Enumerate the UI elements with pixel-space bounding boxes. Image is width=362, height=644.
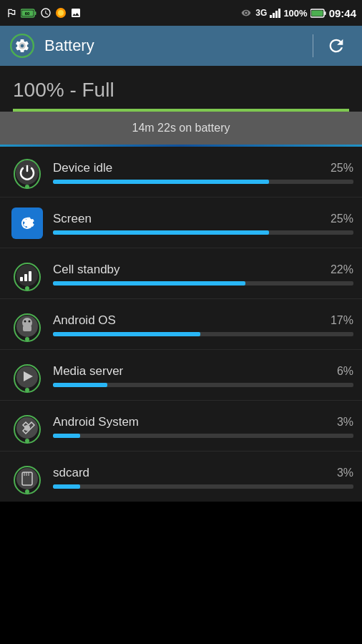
android-system-bar-fill <box>53 434 80 438</box>
media-server-icon <box>9 357 46 394</box>
svg-rect-8 <box>311 10 323 16</box>
orange-circle-icon <box>55 7 67 19</box>
eye-icon <box>240 8 253 18</box>
cell-standby-bar-bg <box>53 281 353 286</box>
cell-standby-content: Cell standby 22% <box>53 263 353 286</box>
svg-point-29 <box>24 321 26 323</box>
settings-gear-icon <box>9 32 36 59</box>
device-idle-content: Device idle 25% <box>53 161 353 184</box>
device-idle-icon <box>9 154 46 191</box>
status-icons-right: 3G 100% 09:44 <box>240 7 356 19</box>
usage-item-device-idle[interactable]: Device idle 25% <box>0 147 362 197</box>
signal-bars-icon <box>270 8 280 18</box>
media-server-bar-fill <box>53 383 107 387</box>
time-on-battery-text: 14m 22s on battery <box>132 122 230 134</box>
svg-rect-7 <box>324 11 326 15</box>
screen-icon <box>9 205 46 242</box>
media-server-percent: 6% <box>337 365 353 378</box>
svg-point-35 <box>25 388 29 392</box>
screen-percent: 25% <box>331 213 353 225</box>
android-os-name: Android OS <box>53 313 116 328</box>
svg-point-46 <box>25 489 29 494</box>
android-system-percent: 3% <box>337 416 353 429</box>
sdcard-icon <box>9 459 46 496</box>
svg-rect-23 <box>29 271 31 281</box>
app-bar-left: Battery <box>9 32 94 59</box>
svg-point-30 <box>29 321 31 323</box>
device-idle-percent: 25% <box>331 162 353 175</box>
usb-icon <box>6 7 17 19</box>
svg-point-5 <box>58 10 64 16</box>
cell-standby-icon <box>9 255 46 293</box>
network-label: 3G <box>255 8 267 18</box>
device-idle-bar-bg <box>53 180 353 184</box>
battery-full-icon <box>310 9 326 18</box>
cell-standby-name: Cell standby <box>53 263 120 277</box>
media-server-bar-bg <box>53 383 353 387</box>
battery-percentage-text: 100% - Full <box>13 79 349 109</box>
android-os-bar-bg <box>53 332 353 336</box>
android-system-bar-bg <box>53 434 353 438</box>
svg-point-12 <box>21 44 24 48</box>
sdcard-bar-bg <box>53 484 353 489</box>
battery-status-section: 100% - Full <box>0 66 362 112</box>
android-system-content: Android System 3% <box>53 415 353 438</box>
sdcard-name: sdcard <box>53 466 89 480</box>
cell-standby-percent: 22% <box>331 263 353 276</box>
android-os-bar-fill <box>53 332 200 336</box>
cell-standby-bar-fill <box>53 281 245 286</box>
svg-rect-28 <box>23 326 31 331</box>
svg-point-31 <box>25 337 29 341</box>
time-label: 09:44 <box>329 7 356 19</box>
time-on-battery-section: 14m 22s on battery <box>0 112 362 145</box>
device-idle-name: Device idle <box>53 161 112 175</box>
screen-name: Screen <box>53 212 92 226</box>
photo-icon <box>70 7 82 19</box>
svg-point-41 <box>16 468 38 489</box>
svg-rect-1 <box>35 11 36 15</box>
svg-point-39 <box>25 439 29 443</box>
battery-percent-label: 100% <box>283 8 307 19</box>
sdcard-bar-fill <box>53 484 80 489</box>
status-icons-left: 60 <box>6 7 82 19</box>
sdcard-content: sdcard 3% <box>53 466 353 489</box>
usage-item-android-os[interactable]: Android OS 17% <box>0 299 362 350</box>
alarm-icon <box>40 7 52 19</box>
usage-item-android-system[interactable]: Android System 3% <box>0 401 362 452</box>
android-system-name: Android System <box>53 415 139 429</box>
screen-content: Screen 25% <box>53 212 353 235</box>
usage-item-sdcard[interactable]: sdcard 3% <box>0 452 362 502</box>
screen-bar-bg <box>53 230 353 235</box>
svg-point-38 <box>24 425 30 431</box>
media-server-content: Media server 6% <box>53 364 353 387</box>
svg-rect-21 <box>20 277 23 281</box>
svg-rect-22 <box>24 274 27 281</box>
usage-item-cell-standby[interactable]: Cell standby 22% <box>0 248 362 299</box>
svg-point-24 <box>25 286 29 291</box>
app-bar: Battery <box>0 26 362 66</box>
status-bar: 60 3G 100% <box>0 0 362 26</box>
screen-bar-fill <box>53 230 269 235</box>
app-bar-title: Battery <box>44 36 94 55</box>
android-os-icon <box>9 306 46 343</box>
battery-status-icon: 60 <box>21 9 36 18</box>
refresh-icon <box>326 36 346 56</box>
device-idle-bar-fill <box>53 180 269 184</box>
usage-list: Device idle 25% Screen 25% <box>0 147 362 502</box>
app-bar-actions <box>313 29 353 63</box>
android-os-content: Android OS 17% <box>53 313 353 336</box>
media-server-name: Media server <box>53 364 123 379</box>
separator-line <box>0 145 362 147</box>
usage-item-media-server[interactable]: Media server 6% <box>0 350 362 401</box>
svg-text:60: 60 <box>25 11 30 16</box>
android-os-percent: 17% <box>331 314 353 327</box>
refresh-button[interactable] <box>319 29 353 63</box>
sdcard-percent: 3% <box>337 467 353 479</box>
usage-item-screen[interactable]: Screen 25% <box>0 197 362 248</box>
svg-point-16 <box>25 185 29 189</box>
divider <box>313 34 313 57</box>
android-system-icon <box>9 408 46 445</box>
